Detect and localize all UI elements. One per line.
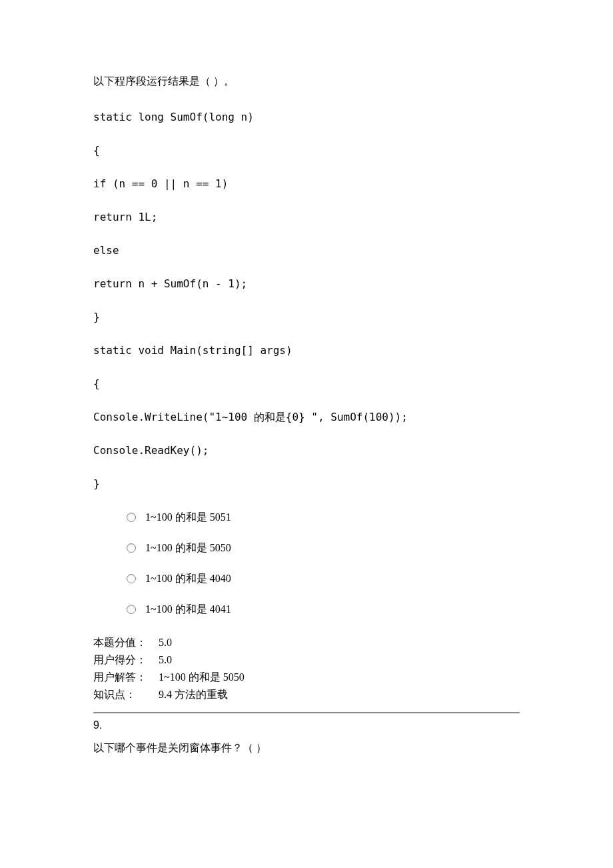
divider (93, 712, 520, 713)
user-score-label: 用户得分： (93, 652, 153, 668)
code-line: { (93, 376, 520, 392)
option-b[interactable]: 1~100 的和是 5050 (127, 540, 520, 556)
code-line: Console.WriteLine("1~100 的和是{0} ", SumOf… (93, 409, 520, 425)
code-line: } (93, 309, 520, 325)
radio-icon[interactable] (127, 605, 136, 614)
radio-icon[interactable] (127, 513, 136, 522)
option-label: 1~100 的和是 4040 (145, 571, 231, 587)
radio-icon[interactable] (127, 574, 136, 583)
question-meta: 本题分值： 5.0 用户得分： 5.0 用户解答： 1~100 的和是 5050… (93, 635, 520, 703)
option-label: 1~100 的和是 4041 (145, 601, 231, 617)
next-question-prompt: 以下哪个事件是关闭窗体事件？（ ） (93, 740, 520, 756)
option-label: 1~100 的和是 5051 (145, 509, 231, 525)
code-line: static void Main(string[] args) (93, 343, 520, 359)
code-line: } (93, 476, 520, 492)
score-value: 5.0 (159, 635, 172, 651)
knowledge-value: 9.4 方法的重载 (159, 687, 228, 703)
user-answer-value: 1~100 的和是 5050 (159, 669, 245, 685)
code-line: return 1L; (93, 209, 520, 225)
code-line: Console.ReadKey(); (93, 443, 520, 459)
option-d[interactable]: 1~100 的和是 4041 (127, 601, 520, 617)
code-line: static long SumOf(long n) (93, 109, 520, 125)
options-list: 1~100 的和是 5051 1~100 的和是 5050 1~100 的和是 … (127, 509, 520, 617)
knowledge-label: 知识点： (93, 687, 153, 703)
score-label: 本题分值： (93, 635, 153, 651)
user-score-value: 5.0 (159, 652, 172, 668)
user-answer-label: 用户解答： (93, 669, 153, 685)
code-line: else (93, 243, 520, 259)
code-line: { (93, 143, 520, 159)
radio-icon[interactable] (127, 543, 136, 553)
code-block: static long SumOf(long n) { if (n == 0 |… (93, 109, 520, 492)
option-a[interactable]: 1~100 的和是 5051 (127, 509, 520, 525)
question-prompt: 以下程序段运行结果是（ ）。 (93, 73, 520, 89)
option-c[interactable]: 1~100 的和是 4040 (127, 571, 520, 587)
question-number: 9. (93, 717, 520, 733)
option-label: 1~100 的和是 5050 (145, 540, 231, 556)
code-line: if (n == 0 || n == 1) (93, 176, 520, 192)
code-line: return n + SumOf(n - 1); (93, 276, 520, 292)
